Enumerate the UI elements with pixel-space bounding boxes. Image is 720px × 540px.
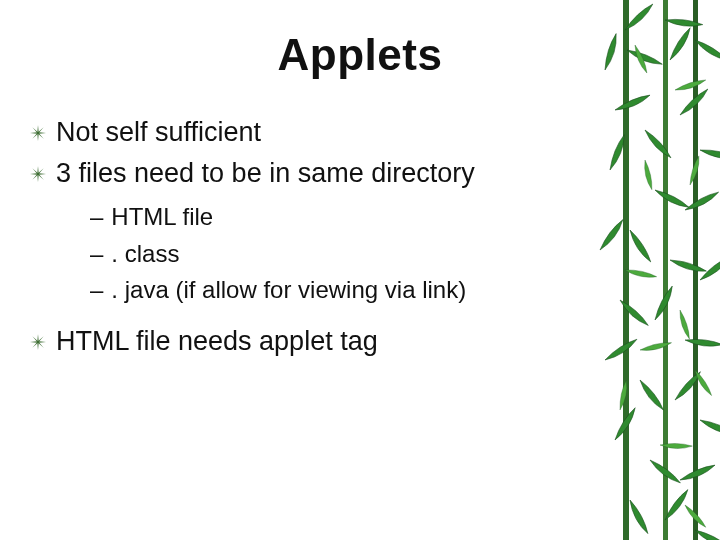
- sub-bullet-text: HTML file: [111, 201, 213, 233]
- svg-marker-11: [38, 173, 46, 174]
- svg-marker-1: [37, 133, 38, 141]
- bullet-item: 3 files need to be in same directory: [30, 156, 570, 191]
- svg-marker-9: [37, 174, 38, 182]
- svg-marker-17: [37, 342, 38, 350]
- dash-icon: –: [90, 274, 103, 306]
- sub-bullet-item: – . class: [90, 238, 570, 270]
- bullet-item: HTML file needs applet tag: [30, 324, 570, 359]
- svg-marker-22: [38, 337, 44, 343]
- svg-marker-21: [38, 342, 44, 348]
- svg-marker-0: [37, 125, 38, 133]
- sub-bullet-item: – HTML file: [90, 201, 570, 233]
- sub-bullet-text: . java (if allow for viewing via link): [111, 274, 466, 306]
- svg-marker-4: [32, 127, 38, 133]
- svg-marker-12: [32, 168, 38, 174]
- svg-marker-5: [38, 133, 44, 139]
- svg-marker-10: [30, 173, 38, 174]
- slide: Applets Not self sufficien: [0, 0, 720, 540]
- svg-marker-16: [37, 334, 38, 342]
- svg-marker-6: [38, 127, 44, 133]
- starburst-icon: [30, 166, 46, 186]
- svg-rect-25: [663, 0, 668, 540]
- content-area: Not self sufficient 3 fil: [30, 115, 570, 365]
- dash-icon: –: [90, 238, 103, 270]
- bullet-text: 3 files need to be in same directory: [56, 156, 475, 191]
- svg-marker-19: [38, 342, 46, 343]
- sub-bullet-item: – . java (if allow for viewing via link): [90, 274, 570, 306]
- bullet-text: Not self sufficient: [56, 115, 261, 150]
- svg-marker-18: [30, 342, 38, 343]
- svg-marker-8: [37, 166, 38, 174]
- svg-marker-20: [32, 337, 38, 343]
- starburst-icon: [30, 125, 46, 145]
- bullet-text: HTML file needs applet tag: [56, 324, 378, 359]
- svg-marker-3: [38, 132, 46, 133]
- starburst-icon: [30, 334, 46, 354]
- svg-marker-14: [38, 168, 44, 174]
- svg-marker-2: [30, 132, 38, 133]
- svg-marker-15: [32, 174, 38, 180]
- bullet-item: Not self sufficient: [30, 115, 570, 150]
- dash-icon: –: [90, 201, 103, 233]
- sub-bullet-list: – HTML file – . class – . java (if allow…: [90, 201, 570, 306]
- sub-bullet-text: . class: [111, 238, 179, 270]
- svg-marker-13: [38, 174, 44, 180]
- svg-marker-23: [32, 342, 38, 348]
- svg-marker-7: [32, 133, 38, 139]
- bamboo-decoration: [585, 0, 720, 540]
